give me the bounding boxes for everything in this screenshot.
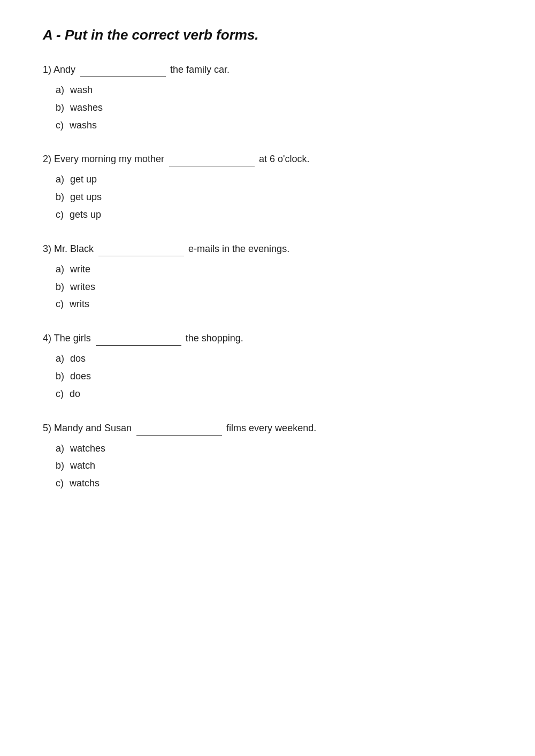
- option-letter-2-2: b): [56, 192, 67, 202]
- option-letter-1-1: a): [56, 85, 67, 95]
- question-block-3: 3) Mr. Black e-mails in the evenings.a) …: [43, 242, 492, 312]
- option-4-3: c) do: [56, 386, 492, 402]
- option-letter-5-3: c): [56, 478, 66, 488]
- option-text-4-1: dos: [70, 353, 86, 364]
- question-text-3: 3) Mr. Black e-mails in the evenings.: [43, 242, 492, 256]
- options-list-1: a) washb) washesc) washs: [56, 82, 492, 133]
- question-number-3: 3) Mr. Black: [43, 243, 96, 254]
- question-number-2: 2) Every morning my mother: [43, 154, 167, 164]
- blank-3: [98, 256, 184, 256]
- option-letter-3-2: b): [56, 281, 67, 292]
- option-text-5-2: watch: [70, 460, 95, 471]
- option-text-2-3: gets up: [70, 209, 101, 220]
- option-1-3: c) washs: [56, 118, 492, 133]
- question-text-2: 2) Every morning my mother at 6 o'clock.: [43, 152, 492, 166]
- question-suffix-1: the family car.: [170, 64, 230, 75]
- questions-list: 1) Andy the family car.a) washb) washesc…: [43, 63, 492, 491]
- option-letter-3-3: c): [56, 299, 66, 309]
- blank-2: [169, 166, 255, 166]
- question-block-4: 4) The girls the shopping.a) dosb) doesc…: [43, 331, 492, 401]
- question-suffix-3: e-mails in the evenings.: [188, 243, 289, 254]
- option-text-3-3: writs: [70, 299, 89, 309]
- option-3-3: c) writs: [56, 296, 492, 312]
- question-suffix-4: the shopping.: [186, 333, 243, 343]
- option-letter-4-2: b): [56, 371, 67, 381]
- option-text-1-3: washs: [70, 120, 97, 131]
- options-list-4: a) dosb) doesc) do: [56, 351, 492, 401]
- option-text-5-3: watchs: [70, 478, 100, 488]
- option-letter-4-1: a): [56, 353, 67, 364]
- option-letter-2-3: c): [56, 209, 66, 220]
- option-4-1: a) dos: [56, 351, 492, 366]
- option-letter-1-3: c): [56, 120, 66, 131]
- options-list-5: a) watchesb) watchc) watchs: [56, 441, 492, 491]
- option-letter-1-2: b): [56, 102, 67, 113]
- option-text-3-2: writes: [70, 281, 95, 292]
- question-number-5: 5) Mandy and Susan: [43, 423, 134, 433]
- question-text-5: 5) Mandy and Susan films every weekend.: [43, 421, 492, 436]
- option-letter-3-1: a): [56, 264, 67, 274]
- option-5-3: c) watchs: [56, 476, 492, 491]
- option-3-2: b) writes: [56, 279, 492, 295]
- option-text-1-1: wash: [70, 85, 93, 95]
- option-letter-5-1: a): [56, 443, 67, 454]
- option-text-2-1: get up: [70, 174, 97, 185]
- option-letter-2-1: a): [56, 174, 67, 185]
- blank-5: [136, 435, 222, 436]
- question-text-1: 1) Andy the family car.: [43, 63, 492, 77]
- option-5-1: a) watches: [56, 441, 492, 456]
- question-block-2: 2) Every morning my mother at 6 o'clock.…: [43, 152, 492, 222]
- question-text-4: 4) The girls the shopping.: [43, 331, 492, 346]
- option-text-5-1: watches: [70, 443, 105, 454]
- option-4-2: b) does: [56, 369, 492, 384]
- page-title: A - Put in the correct verb forms.: [43, 27, 492, 43]
- question-number-1: 1) Andy: [43, 64, 78, 75]
- option-text-1-2: washes: [70, 102, 103, 113]
- option-3-1: a) write: [56, 262, 492, 277]
- option-text-4-3: do: [70, 388, 80, 399]
- options-list-3: a) writeb) writesc) writs: [56, 262, 492, 312]
- option-5-2: b) watch: [56, 458, 492, 474]
- option-2-1: a) get up: [56, 172, 492, 187]
- option-letter-4-3: c): [56, 388, 66, 399]
- page-container: A - Put in the correct verb forms. 1) An…: [43, 27, 492, 491]
- option-2-2: b) get ups: [56, 189, 492, 205]
- option-letter-5-2: b): [56, 460, 67, 471]
- option-text-2-2: get ups: [70, 192, 102, 202]
- blank-1: [80, 77, 166, 77]
- option-text-3-1: write: [70, 264, 90, 274]
- options-list-2: a) get upb) get upsc) gets up: [56, 172, 492, 222]
- question-suffix-2: at 6 o'clock.: [259, 154, 309, 164]
- question-block-1: 1) Andy the family car.a) washb) washesc…: [43, 63, 492, 133]
- question-number-4: 4) The girls: [43, 333, 94, 343]
- blank-4: [96, 345, 181, 346]
- option-1-1: a) wash: [56, 82, 492, 98]
- question-block-5: 5) Mandy and Susan films every weekend.a…: [43, 421, 492, 491]
- question-suffix-5: films every weekend.: [226, 423, 316, 433]
- option-1-2: b) washes: [56, 100, 492, 116]
- option-text-4-2: does: [70, 371, 91, 381]
- option-2-3: c) gets up: [56, 207, 492, 223]
